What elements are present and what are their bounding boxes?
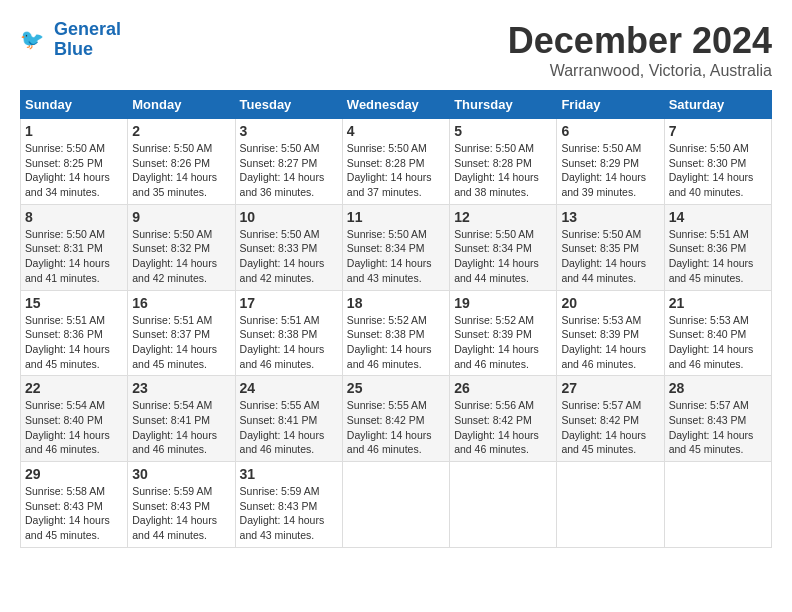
day-cell: 20 Sunrise: 5:53 AM Sunset: 8:39 PM Dayl… <box>557 290 664 376</box>
day-info: Sunrise: 5:50 AM Sunset: 8:30 PM Dayligh… <box>669 141 767 200</box>
day-number: 15 <box>25 295 123 311</box>
day-info: Sunrise: 5:52 AM Sunset: 8:38 PM Dayligh… <box>347 313 445 372</box>
day-number: 18 <box>347 295 445 311</box>
day-cell: 16 Sunrise: 5:51 AM Sunset: 8:37 PM Dayl… <box>128 290 235 376</box>
day-info: Sunrise: 5:55 AM Sunset: 8:41 PM Dayligh… <box>240 398 338 457</box>
day-number: 28 <box>669 380 767 396</box>
day-info: Sunrise: 5:59 AM Sunset: 8:43 PM Dayligh… <box>132 484 230 543</box>
logo: 🐦 GeneralBlue <box>20 20 121 60</box>
day-info: Sunrise: 5:50 AM Sunset: 8:28 PM Dayligh… <box>454 141 552 200</box>
day-number: 1 <box>25 123 123 139</box>
day-cell: 22 Sunrise: 5:54 AM Sunset: 8:40 PM Dayl… <box>21 376 128 462</box>
day-cell: 19 Sunrise: 5:52 AM Sunset: 8:39 PM Dayl… <box>450 290 557 376</box>
day-cell <box>557 462 664 548</box>
day-info: Sunrise: 5:50 AM Sunset: 8:31 PM Dayligh… <box>25 227 123 286</box>
day-number: 25 <box>347 380 445 396</box>
day-info: Sunrise: 5:51 AM Sunset: 8:36 PM Dayligh… <box>669 227 767 286</box>
day-cell <box>664 462 771 548</box>
day-info: Sunrise: 5:50 AM Sunset: 8:33 PM Dayligh… <box>240 227 338 286</box>
day-number: 26 <box>454 380 552 396</box>
day-number: 24 <box>240 380 338 396</box>
day-cell: 11 Sunrise: 5:50 AM Sunset: 8:34 PM Dayl… <box>342 204 449 290</box>
day-info: Sunrise: 5:50 AM Sunset: 8:27 PM Dayligh… <box>240 141 338 200</box>
day-info: Sunrise: 5:50 AM Sunset: 8:29 PM Dayligh… <box>561 141 659 200</box>
day-number: 8 <box>25 209 123 225</box>
day-cell: 21 Sunrise: 5:53 AM Sunset: 8:40 PM Dayl… <box>664 290 771 376</box>
page-title: December 2024 <box>508 20 772 62</box>
day-number: 14 <box>669 209 767 225</box>
week-row-3: 15 Sunrise: 5:51 AM Sunset: 8:36 PM Dayl… <box>21 290 772 376</box>
day-info: Sunrise: 5:58 AM Sunset: 8:43 PM Dayligh… <box>25 484 123 543</box>
calendar-body: 1 Sunrise: 5:50 AM Sunset: 8:25 PM Dayli… <box>21 119 772 548</box>
day-info: Sunrise: 5:54 AM Sunset: 8:41 PM Dayligh… <box>132 398 230 457</box>
day-cell: 13 Sunrise: 5:50 AM Sunset: 8:35 PM Dayl… <box>557 204 664 290</box>
day-info: Sunrise: 5:53 AM Sunset: 8:40 PM Dayligh… <box>669 313 767 372</box>
day-cell <box>342 462 449 548</box>
day-number: 29 <box>25 466 123 482</box>
day-cell: 4 Sunrise: 5:50 AM Sunset: 8:28 PM Dayli… <box>342 119 449 205</box>
header-cell-thursday: Thursday <box>450 91 557 119</box>
day-info: Sunrise: 5:55 AM Sunset: 8:42 PM Dayligh… <box>347 398 445 457</box>
day-cell: 29 Sunrise: 5:58 AM Sunset: 8:43 PM Dayl… <box>21 462 128 548</box>
week-row-4: 22 Sunrise: 5:54 AM Sunset: 8:40 PM Dayl… <box>21 376 772 462</box>
day-cell: 30 Sunrise: 5:59 AM Sunset: 8:43 PM Dayl… <box>128 462 235 548</box>
day-cell: 27 Sunrise: 5:57 AM Sunset: 8:42 PM Dayl… <box>557 376 664 462</box>
header-cell-wednesday: Wednesday <box>342 91 449 119</box>
day-info: Sunrise: 5:50 AM Sunset: 8:25 PM Dayligh… <box>25 141 123 200</box>
day-cell: 28 Sunrise: 5:57 AM Sunset: 8:43 PM Dayl… <box>664 376 771 462</box>
day-cell: 1 Sunrise: 5:50 AM Sunset: 8:25 PM Dayli… <box>21 119 128 205</box>
day-info: Sunrise: 5:53 AM Sunset: 8:39 PM Dayligh… <box>561 313 659 372</box>
day-cell: 3 Sunrise: 5:50 AM Sunset: 8:27 PM Dayli… <box>235 119 342 205</box>
day-number: 2 <box>132 123 230 139</box>
day-cell: 14 Sunrise: 5:51 AM Sunset: 8:36 PM Dayl… <box>664 204 771 290</box>
day-cell: 15 Sunrise: 5:51 AM Sunset: 8:36 PM Dayl… <box>21 290 128 376</box>
day-cell: 17 Sunrise: 5:51 AM Sunset: 8:38 PM Dayl… <box>235 290 342 376</box>
day-number: 30 <box>132 466 230 482</box>
day-info: Sunrise: 5:54 AM Sunset: 8:40 PM Dayligh… <box>25 398 123 457</box>
day-info: Sunrise: 5:50 AM Sunset: 8:34 PM Dayligh… <box>454 227 552 286</box>
day-cell: 26 Sunrise: 5:56 AM Sunset: 8:42 PM Dayl… <box>450 376 557 462</box>
day-number: 17 <box>240 295 338 311</box>
day-info: Sunrise: 5:51 AM Sunset: 8:36 PM Dayligh… <box>25 313 123 372</box>
day-number: 4 <box>347 123 445 139</box>
header-cell-monday: Monday <box>128 91 235 119</box>
day-info: Sunrise: 5:56 AM Sunset: 8:42 PM Dayligh… <box>454 398 552 457</box>
day-cell: 6 Sunrise: 5:50 AM Sunset: 8:29 PM Dayli… <box>557 119 664 205</box>
day-cell: 12 Sunrise: 5:50 AM Sunset: 8:34 PM Dayl… <box>450 204 557 290</box>
day-number: 21 <box>669 295 767 311</box>
day-info: Sunrise: 5:57 AM Sunset: 8:42 PM Dayligh… <box>561 398 659 457</box>
header-cell-friday: Friday <box>557 91 664 119</box>
day-number: 11 <box>347 209 445 225</box>
day-cell <box>450 462 557 548</box>
day-cell: 8 Sunrise: 5:50 AM Sunset: 8:31 PM Dayli… <box>21 204 128 290</box>
day-number: 12 <box>454 209 552 225</box>
day-number: 7 <box>669 123 767 139</box>
day-info: Sunrise: 5:50 AM Sunset: 8:35 PM Dayligh… <box>561 227 659 286</box>
day-info: Sunrise: 5:50 AM Sunset: 8:32 PM Dayligh… <box>132 227 230 286</box>
header-row: SundayMondayTuesdayWednesdayThursdayFrid… <box>21 91 772 119</box>
day-cell: 23 Sunrise: 5:54 AM Sunset: 8:41 PM Dayl… <box>128 376 235 462</box>
day-number: 31 <box>240 466 338 482</box>
day-cell: 24 Sunrise: 5:55 AM Sunset: 8:41 PM Dayl… <box>235 376 342 462</box>
day-info: Sunrise: 5:57 AM Sunset: 8:43 PM Dayligh… <box>669 398 767 457</box>
logo-text: GeneralBlue <box>54 20 121 60</box>
day-info: Sunrise: 5:50 AM Sunset: 8:26 PM Dayligh… <box>132 141 230 200</box>
day-number: 13 <box>561 209 659 225</box>
page-header: 🐦 GeneralBlue December 2024 Warranwood, … <box>20 20 772 80</box>
day-number: 20 <box>561 295 659 311</box>
day-number: 5 <box>454 123 552 139</box>
calendar-header: SundayMondayTuesdayWednesdayThursdayFrid… <box>21 91 772 119</box>
week-row-1: 1 Sunrise: 5:50 AM Sunset: 8:25 PM Dayli… <box>21 119 772 205</box>
day-number: 10 <box>240 209 338 225</box>
day-cell: 2 Sunrise: 5:50 AM Sunset: 8:26 PM Dayli… <box>128 119 235 205</box>
day-cell: 5 Sunrise: 5:50 AM Sunset: 8:28 PM Dayli… <box>450 119 557 205</box>
header-cell-tuesday: Tuesday <box>235 91 342 119</box>
day-number: 16 <box>132 295 230 311</box>
day-info: Sunrise: 5:59 AM Sunset: 8:43 PM Dayligh… <box>240 484 338 543</box>
day-number: 9 <box>132 209 230 225</box>
page-subtitle: Warranwood, Victoria, Australia <box>508 62 772 80</box>
day-cell: 25 Sunrise: 5:55 AM Sunset: 8:42 PM Dayl… <box>342 376 449 462</box>
day-info: Sunrise: 5:50 AM Sunset: 8:28 PM Dayligh… <box>347 141 445 200</box>
day-cell: 18 Sunrise: 5:52 AM Sunset: 8:38 PM Dayl… <box>342 290 449 376</box>
day-number: 23 <box>132 380 230 396</box>
